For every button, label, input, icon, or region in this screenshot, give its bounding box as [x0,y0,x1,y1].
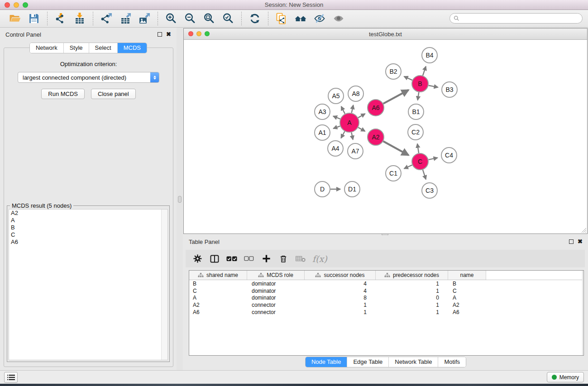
table-row[interactable]: Adominator80A [189,294,583,301]
maximize-window-button[interactable] [23,2,28,8]
cell-predecessor-nodes[interactable]: 1 [376,309,448,315]
import-table-button[interactable] [71,11,88,26]
duplicate-network-button[interactable] [273,11,290,26]
task-history-button[interactable] [4,372,18,383]
select-all-rows-button[interactable] [226,253,237,265]
cell-MCDS-role[interactable]: connector [247,309,305,315]
column-header-successor-nodes[interactable]: successor nodes [305,271,376,280]
save-session-button[interactable] [25,11,43,26]
node-A4[interactable]: A4 [328,141,343,156]
tab-motifs[interactable]: Motifs [438,357,466,367]
network-maximize-button[interactable] [205,31,210,36]
edge-A-A6[interactable] [358,114,365,118]
table-row[interactable]: Bdominator41B [189,280,583,287]
cell-MCDS-role[interactable]: dominator [247,288,305,294]
column-header-shared-name[interactable]: shared name [189,271,247,280]
network-canvas[interactable]: B4B2BB3A8A5A6B1A3AA1C2A2A4A7C4CC1C3DD1 [184,40,587,234]
cell-shared-name[interactable]: A2 [189,302,247,308]
node-A[interactable]: A [340,113,359,132]
add-column-button[interactable] [261,253,272,265]
result-list-item[interactable]: A6 [9,238,167,246]
tab-style[interactable]: Style [64,43,89,53]
result-list-item[interactable]: C [9,231,167,238]
import-network-button[interactable] [52,11,69,26]
node-C2[interactable]: C2 [408,124,423,140]
edge-A-A4[interactable] [341,131,344,138]
node-D1[interactable]: D1 [344,181,360,197]
close-table-panel-icon[interactable]: ✖ [578,239,583,244]
node-A6[interactable]: A6 [368,100,384,116]
run-mcds-button[interactable]: Run MCDS [41,89,85,99]
mcds-result-list[interactable]: A2ABCA6 [9,209,168,360]
node-C1[interactable]: C1 [386,166,401,181]
cell-MCDS-role[interactable]: connector [247,302,305,308]
cell-MCDS-role[interactable]: dominator [247,281,305,287]
cell-shared-name[interactable]: C [189,288,247,294]
zoom-in-button[interactable] [163,11,180,26]
table-row[interactable]: Cdominator41C [189,287,583,295]
result-list-item[interactable]: A2 [9,210,167,217]
network-close-button[interactable] [188,31,193,36]
cell-successor-nodes[interactable]: 1 [305,302,376,308]
float-table-panel-icon[interactable] [569,239,574,244]
network-minimize-button[interactable] [196,31,201,36]
column-header-MCDS-role[interactable]: MCDS role [247,271,305,280]
network-window-titlebar[interactable]: testGlobe.txt [184,29,587,40]
cell-successor-nodes[interactable]: 4 [305,281,376,287]
result-list-item[interactable]: B [9,224,167,231]
cell-predecessor-nodes[interactable]: 1 [376,288,448,294]
edge-C-C2[interactable] [417,144,419,153]
tab-select[interactable]: Select [89,43,118,53]
column-selector-button[interactable] [209,253,220,265]
search-input[interactable] [462,15,578,22]
float-panel-icon[interactable] [158,32,162,37]
network-graph[interactable]: B4B2BB3A8A5A6B1A3AA1C2A2A4A7C4CC1C3DD1 [184,40,587,234]
show-all-networks-button[interactable] [292,11,309,26]
tab-edge-table[interactable]: Edge Table [347,357,389,367]
node-B4[interactable]: B4 [422,48,437,63]
table-settings-button[interactable] [192,253,203,265]
table-row[interactable]: A2connector11A2 [189,301,583,309]
column-header-name[interactable]: name [448,271,486,280]
edge-C-C1[interactable] [404,165,412,169]
cell-name[interactable]: C [448,288,486,294]
show-birdseye-button[interactable] [330,11,347,26]
tab-network-table[interactable]: Network Table [389,357,438,367]
result-list-item[interactable]: A [9,217,167,224]
cell-predecessor-nodes[interactable]: 1 [376,302,448,308]
refresh-layout-button[interactable] [246,11,263,26]
edge-B-B1[interactable] [418,92,419,100]
edge-C-C4[interactable] [429,158,438,160]
node-A8[interactable]: A8 [348,86,363,101]
node-C3[interactable]: C3 [422,183,437,198]
cell-name[interactable]: A2 [448,302,486,308]
zoom-out-button[interactable] [182,11,199,26]
export-network-button[interactable] [98,11,115,26]
close-panel-button[interactable]: Close panel [91,89,136,99]
cell-successor-nodes[interactable]: 8 [305,295,376,301]
node-B1[interactable]: B1 [408,104,424,119]
cell-shared-name[interactable]: A6 [189,309,247,315]
edge-A6-B[interactable] [383,90,409,104]
tab-node-table[interactable]: Node Table [306,357,348,367]
table-scrollbar[interactable] [582,271,583,355]
edge-A-A7[interactable] [351,133,353,140]
edge-A-A3[interactable] [333,116,340,119]
cell-predecessor-nodes[interactable]: 1 [376,281,448,287]
cell-shared-name[interactable]: B [189,281,247,287]
node-A2[interactable]: A2 [368,129,384,145]
cell-name[interactable]: B [448,281,486,287]
edge-A-A5[interactable] [341,106,345,114]
edge-A2-C[interactable] [383,141,409,155]
edge-B-B2[interactable] [404,76,412,80]
edge-A-A1[interactable] [333,126,340,129]
node-A3[interactable]: A3 [315,104,330,119]
result-list-scrollbar[interactable] [161,210,167,360]
window-resize-grip[interactable] [580,227,587,233]
tab-network[interactable]: Network [30,43,64,53]
memory-button[interactable]: Memory [547,372,584,382]
cell-name[interactable]: A [448,295,486,301]
export-table-button[interactable] [117,11,134,26]
delete-column-button[interactable] [278,253,289,265]
table-row[interactable]: A6connector11A6 [189,309,583,316]
